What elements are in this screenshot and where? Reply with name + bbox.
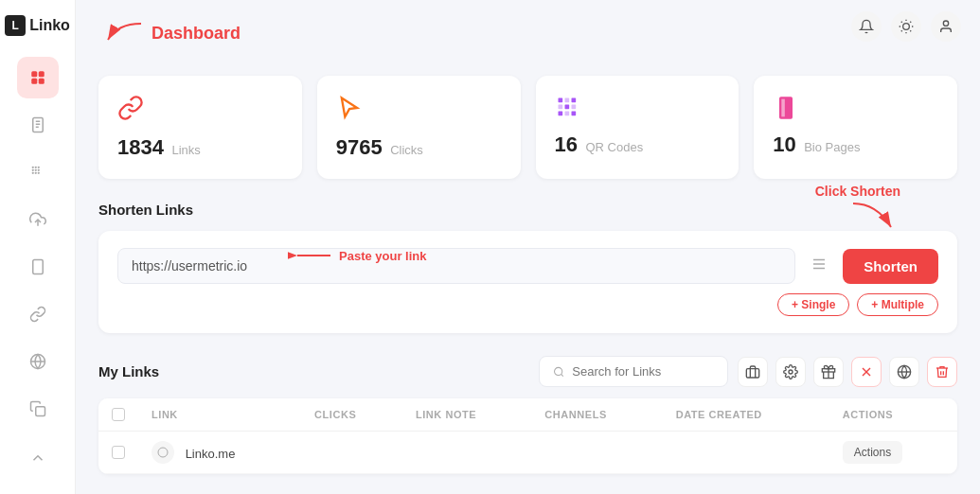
sidebar-item-upload[interactable] <box>17 199 59 240</box>
top-bar <box>832 0 980 53</box>
stat-number-qr: 16 QR Codes <box>555 132 721 157</box>
stat-number-clicks: 9765 Clicks <box>336 135 502 160</box>
multiple-option-button[interactable]: + Multiple <box>857 293 938 316</box>
action-delete-button[interactable] <box>927 357 957 387</box>
qr-icon <box>555 95 721 125</box>
theme-toggle-button[interactable] <box>891 11 921 42</box>
svg-point-16 <box>37 172 39 174</box>
row-link-icon <box>151 441 174 464</box>
sun-icon <box>899 19 914 34</box>
shorten-button[interactable]: Shorten <box>843 249 938 284</box>
search-icon <box>553 365 564 379</box>
my-links-section: My Links <box>98 356 957 474</box>
sidebar-item-page[interactable] <box>17 104 59 146</box>
svg-line-30 <box>901 30 902 31</box>
svg-line-31 <box>910 22 911 23</box>
equalizer-icon <box>811 256 828 273</box>
svg-rect-35 <box>564 98 569 103</box>
row-link-text: Linko.me <box>186 447 236 461</box>
row-link-cell: Linko.me <box>138 432 301 474</box>
sidebar-item-globe[interactable] <box>17 341 59 382</box>
svg-rect-36 <box>571 98 576 103</box>
shorten-input-row: Paste your link Shorten <box>117 248 938 284</box>
svg-point-11 <box>31 169 33 171</box>
link-icon <box>29 306 46 323</box>
url-input[interactable] <box>117 248 795 284</box>
globe-icon <box>29 353 46 370</box>
dashboard-arrow-icon <box>98 19 146 47</box>
stat-card-bio: 10 Bio Pages <box>754 76 957 179</box>
col-header-channels: CHANNELS <box>531 398 662 432</box>
sidebar-item-dashboard[interactable] <box>17 57 59 98</box>
svg-rect-1 <box>38 71 44 77</box>
shorten-box: Click Shorten Paste your link <box>98 231 957 333</box>
svg-line-26 <box>901 22 902 23</box>
col-header-date: DATE CREATED <box>663 398 829 432</box>
main-content: Dashboard 1834 Links 9765 Clicks <box>76 0 980 494</box>
notifications-button[interactable] <box>851 11 882 42</box>
stat-card-qr: 16 QR Codes <box>536 76 739 179</box>
sidebar-item-grid[interactable] <box>17 151 59 193</box>
sidebar-item-links[interactable] <box>17 293 59 335</box>
trash-icon <box>935 364 950 379</box>
svg-point-15 <box>34 172 36 174</box>
select-all-checkbox[interactable] <box>112 408 125 421</box>
svg-rect-40 <box>558 112 562 116</box>
svg-point-13 <box>37 169 39 171</box>
svg-rect-3 <box>38 79 44 84</box>
app-logo: L Linko <box>5 15 70 36</box>
sidebar-item-copy[interactable] <box>17 388 59 430</box>
row-note-cell <box>402 432 531 474</box>
svg-point-8 <box>31 167 33 168</box>
svg-point-14 <box>31 172 33 174</box>
svg-point-50 <box>555 367 562 375</box>
bell-icon <box>859 19 874 34</box>
col-header-actions: ACTIONS <box>829 398 957 432</box>
link-small-icon <box>157 447 169 458</box>
dashboard-icon <box>29 69 46 86</box>
col-header-link: LINK <box>138 398 301 432</box>
copy-icon <box>29 400 46 417</box>
chevron-up-icon <box>29 450 46 467</box>
row-channels-cell <box>531 432 662 474</box>
col-header-checkbox <box>98 398 138 432</box>
row-checkbox[interactable] <box>112 446 125 459</box>
action-globe-button[interactable] <box>889 357 919 387</box>
user-profile-button[interactable] <box>931 11 961 42</box>
shorten-section-title: Shorten Links <box>98 202 957 218</box>
sidebar: L Linko <box>0 0 76 494</box>
globe-small-icon <box>897 364 912 379</box>
svg-point-53 <box>789 370 793 374</box>
col-header-note: LINK NOTE <box>402 398 531 432</box>
svg-rect-34 <box>558 98 562 103</box>
links-action-icons <box>738 357 957 387</box>
device-icon <box>29 258 46 275</box>
sidebar-item-up[interactable] <box>17 437 59 479</box>
svg-rect-22 <box>35 407 45 416</box>
dashboard-annotation: Dashboard <box>98 19 241 47</box>
sidebar-item-device[interactable] <box>17 246 59 288</box>
gear-icon <box>783 364 798 379</box>
single-option-button[interactable]: + Single <box>777 293 849 316</box>
action-briefcase-button[interactable] <box>738 357 768 387</box>
x-icon <box>859 364 874 379</box>
action-gift-button[interactable] <box>813 357 844 387</box>
user-icon <box>938 19 953 34</box>
upload-icon <box>29 211 46 228</box>
row-actions-cell: Actions <box>829 432 957 474</box>
action-settings-button[interactable] <box>775 357 806 387</box>
svg-rect-37 <box>558 105 562 110</box>
search-input[interactable] <box>572 364 714 379</box>
svg-rect-2 <box>31 79 37 84</box>
table-row: Linko.me Actions <box>98 432 957 474</box>
svg-rect-52 <box>746 368 758 377</box>
links-table: LINK CLICKS LINK NOTE CHANNELS DATE CREA… <box>98 398 957 474</box>
svg-point-9 <box>34 167 36 168</box>
settings-icon-button[interactable] <box>805 250 833 283</box>
row-clicks-cell <box>301 432 402 474</box>
svg-rect-0 <box>31 71 37 77</box>
action-close-button[interactable] <box>851 357 882 387</box>
search-box <box>539 356 728 387</box>
row-actions-button[interactable]: Actions <box>843 441 902 464</box>
my-links-controls <box>539 356 957 387</box>
